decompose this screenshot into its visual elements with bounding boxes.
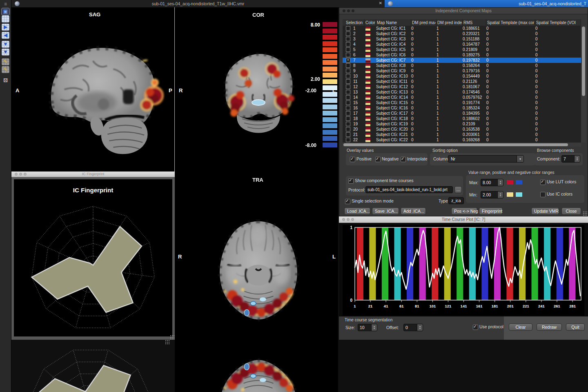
grid-icon[interactable] bbox=[2, 16, 9, 22]
column-dropdown[interactable]: Nr ▾ bbox=[448, 155, 524, 163]
horizontal-scrollbar[interactable] bbox=[343, 143, 581, 147]
row-checkbox[interactable] bbox=[346, 37, 350, 41]
component-row[interactable]: 12Subject CG: IC12010.18106700 bbox=[343, 84, 581, 89]
interpolate-checkbox[interactable]: ✓ bbox=[401, 157, 406, 162]
row-checkbox[interactable] bbox=[346, 106, 350, 110]
window-titlebar[interactable]: Independent Component Maps bbox=[339, 8, 588, 14]
cor-slice-view[interactable]: COR R L 8.00 2.00 -2.00 -8.00 bbox=[175, 7, 338, 174]
row-checkbox[interactable] bbox=[346, 26, 350, 31]
use-lut-colors-checkbox[interactable]: ✓ bbox=[540, 180, 546, 185]
component-row[interactable]: 21Subject CG: IC21010.20306100 bbox=[343, 132, 581, 137]
show-time-courses-checkbox[interactable]: ✓ bbox=[348, 178, 354, 184]
row-checkbox[interactable] bbox=[346, 53, 350, 57]
row-checkbox[interactable] bbox=[346, 47, 350, 52]
row-checkbox[interactable] bbox=[346, 116, 350, 121]
selected-checkbox[interactable]: + bbox=[346, 58, 350, 62]
row-checkbox[interactable] bbox=[346, 85, 350, 89]
row-checkbox[interactable] bbox=[346, 95, 350, 100]
close-button[interactable]: Close bbox=[561, 207, 581, 215]
component-row[interactable]: 13Subject CG: IC13010.17454600 bbox=[343, 89, 581, 95]
component-row[interactable]: 1Subject CG: IC1010.18865100 bbox=[343, 26, 581, 31]
positive-checkbox[interactable]: ✓ bbox=[350, 157, 355, 162]
use-protocol-checkbox[interactable]: ✓ bbox=[473, 325, 478, 330]
resize-grip[interactable] bbox=[170, 335, 174, 339]
component-row[interactable]: 2Subject CG: IC2010.22032100 bbox=[343, 31, 581, 36]
column-header[interactable]: RMS bbox=[463, 19, 486, 26]
single-selection-checkbox[interactable]: ✓ bbox=[345, 199, 350, 204]
table-header[interactable]: SelectionColorMap NameDM pred ma›DM pred… bbox=[343, 19, 581, 26]
row-checkbox[interactable] bbox=[346, 138, 350, 142]
component-row[interactable]: 8Subject CG: IC8010.15826400 bbox=[343, 63, 581, 68]
use-ic-colors-checkbox[interactable] bbox=[540, 192, 546, 197]
component-row[interactable]: 19Subject CG: IC19010.210900 bbox=[343, 121, 581, 127]
fingerprint-button[interactable]: Fingerprint bbox=[479, 207, 503, 215]
window-titlebar[interactable]: Time Course Plot [IC: 7] bbox=[339, 216, 588, 223]
component-row[interactable]: 14Subject CG: IC14010.057976200 bbox=[343, 95, 581, 100]
row-checkbox[interactable] bbox=[346, 42, 350, 47]
component-row[interactable]: +7Subject CG: IC7010.19783200 bbox=[343, 58, 581, 63]
grid-down-icon[interactable]: ▼ bbox=[2, 41, 9, 48]
component-row[interactable]: 11Subject CG: IC11010.2112600 bbox=[343, 79, 581, 84]
size-spinner[interactable]: 10 ▲▼ bbox=[358, 324, 377, 331]
save-ica-button[interactable]: Save .ICA... bbox=[372, 207, 399, 215]
component-table[interactable]: 1Subject CG: IC1010.188651002Subject CG:… bbox=[343, 26, 581, 143]
row-checkbox[interactable] bbox=[346, 63, 350, 68]
column-header[interactable]: Color bbox=[365, 19, 376, 26]
voxel-dice-icon[interactable]: ⚄ bbox=[2, 77, 9, 84]
window-titlebar[interactable]: IC Fingerprint bbox=[11, 172, 175, 177]
quit-button[interactable]: Quit bbox=[566, 323, 585, 331]
column-header[interactable]: Spatial Template (max cor bbox=[486, 19, 535, 26]
component-row[interactable]: 17Subject CG: IC17010.18439500 bbox=[343, 111, 581, 116]
component-row[interactable]: 6Subject CG: IC6010.18927500 bbox=[343, 52, 581, 58]
load-ica-button[interactable]: Load .ICA... bbox=[344, 207, 370, 215]
sag-slice-view[interactable]: SAG A P bbox=[11, 7, 175, 174]
grid-expand-icon[interactable]: ▶ bbox=[2, 24, 9, 31]
tab-vmr-document[interactable]: sub-01_ses-04_acq-nondistorted_T1w_IIHC.… bbox=[11, 0, 385, 8]
component-spinner[interactable]: 7 ▲▼ bbox=[561, 155, 580, 163]
component-row[interactable]: 4Subject CG: IC4010.16478700 bbox=[343, 42, 581, 47]
clear-button[interactable]: Clear bbox=[509, 323, 532, 331]
row-checkbox[interactable] bbox=[346, 74, 350, 78]
cube-3d-icon[interactable]: ▣ bbox=[2, 8, 9, 15]
draw-pen-icon[interactable]: ✎ bbox=[2, 58, 9, 65]
pos-neg-button[interactable]: Pos <-> Neg bbox=[451, 207, 477, 215]
column-header[interactable]: Map Name bbox=[376, 19, 411, 26]
column-header[interactable]: Spatial Template (VOI bbox=[535, 19, 581, 26]
offset-spinner[interactable]: 0 ▲▼ bbox=[403, 324, 423, 331]
row-checkbox[interactable] bbox=[346, 127, 350, 131]
component-row[interactable]: 15Subject CG: IC15010.19177400 bbox=[343, 100, 581, 105]
component-row[interactable]: 20Subject CG: IC20010.16353800 bbox=[343, 127, 581, 132]
row-checkbox[interactable] bbox=[346, 90, 350, 94]
row-checkbox[interactable] bbox=[346, 111, 350, 116]
protocol-browse-button[interactable]: ... bbox=[454, 186, 462, 193]
resize-grip[interactable] bbox=[583, 211, 587, 216]
tra-slice-view[interactable]: TRA R L bbox=[175, 174, 338, 339]
grid-collapse-icon[interactable]: ◀ bbox=[2, 32, 9, 39]
min-spinner[interactable]: 2.00 ▲▼ bbox=[481, 191, 503, 198]
protocol-field[interactable]: sub-01_ses-04_task-blocked_run-1_bold.pr… bbox=[365, 186, 453, 193]
negative-checkbox[interactable]: ✓ bbox=[375, 157, 381, 162]
component-row[interactable]: 16Subject CG: IC16010.18532400 bbox=[343, 105, 581, 111]
grid-down-alt-icon[interactable]: ▼ bbox=[2, 49, 9, 56]
redraw-button[interactable]: Redraw bbox=[537, 323, 562, 331]
component-row[interactable]: 3Subject CG: IC3010.15118800 bbox=[343, 36, 581, 42]
row-checkbox[interactable] bbox=[346, 132, 350, 137]
column-header[interactable]: DM pred ma› bbox=[411, 19, 437, 26]
time-course-chart[interactable]: 0112141618110112114116118120122124126128… bbox=[343, 225, 584, 316]
add-ica-button[interactable]: Add .ICA... bbox=[401, 207, 426, 215]
component-row[interactable]: 10Subject CG: IC10010.15444900 bbox=[343, 74, 581, 79]
update-vmr-button[interactable]: Update VMR bbox=[531, 207, 559, 215]
column-header[interactable]: DM pred inde› bbox=[437, 19, 463, 26]
close-icon[interactable]: ✕ bbox=[379, 1, 382, 5]
column-header[interactable]: Selection bbox=[343, 19, 365, 26]
row-checkbox[interactable] bbox=[346, 122, 350, 126]
draw-pen-alt-icon[interactable]: ✎ bbox=[2, 66, 9, 73]
component-row[interactable]: 22Subject CG: IC22010.16926800 bbox=[343, 137, 581, 143]
fingerprint-canvas[interactable]: IC Fingerprint bbox=[14, 179, 172, 336]
component-row[interactable]: 9Subject CG: IC9010.17971600 bbox=[343, 68, 581, 74]
tra-slice-view[interactable]: TRA R L bbox=[175, 339, 338, 392]
row-checkbox[interactable] bbox=[346, 69, 350, 73]
row-checkbox[interactable] bbox=[346, 31, 350, 36]
vertical-scrollbar[interactable] bbox=[581, 26, 586, 143]
tab-vmr-document-2[interactable]: sub-01_ses-04_acq-nondistorted_T bbox=[385, 0, 588, 7]
